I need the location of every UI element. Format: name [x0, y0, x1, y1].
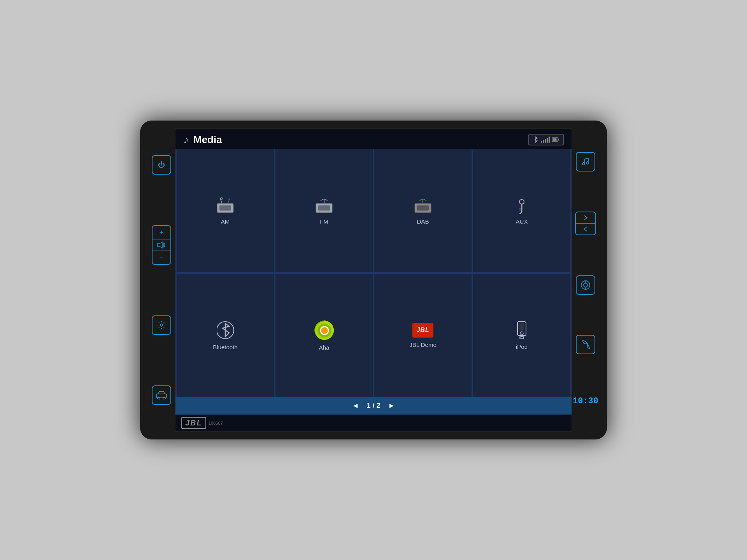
bar-4 [547, 138, 548, 143]
power-icon: ⏻ [158, 161, 165, 169]
bluetooth-tile-icon [217, 320, 234, 340]
svg-line-22 [519, 212, 522, 214]
bluetooth-status-icon [533, 136, 538, 143]
volume-down-button[interactable]: − [153, 250, 170, 264]
car-frame: ⏻ + − [140, 121, 607, 439]
aha-icon [314, 320, 334, 340]
svg-rect-7 [553, 138, 557, 141]
bar-2 [543, 140, 544, 143]
fm-label: FM [320, 218, 328, 225]
jbl-brand-text: JBL [181, 417, 206, 429]
car-icon [156, 391, 167, 399]
phone-button[interactable] [576, 335, 595, 354]
next-arrow-icon: ► [388, 402, 395, 410]
page-separator: / [372, 402, 374, 410]
aha-label: Aha [319, 344, 330, 351]
nav-back-button[interactable] [576, 224, 595, 234]
fm-radio-icon [314, 197, 334, 214]
power-button[interactable]: ⏻ [152, 155, 171, 175]
svg-rect-30 [519, 323, 524, 330]
forward-icon [583, 215, 588, 221]
bar-5 [549, 136, 550, 143]
music-shortcut-button[interactable] [576, 152, 595, 172]
total-pages: 2 [377, 402, 381, 410]
main-screen: ♪ Media [175, 128, 572, 432]
ipod-label: iPod [516, 343, 528, 350]
svg-point-4 [163, 397, 165, 399]
vol-down-label: − [160, 253, 164, 261]
svg-line-12 [228, 199, 230, 203]
current-page: 1 [366, 402, 370, 410]
media-grid: AM FM [175, 149, 572, 397]
screen-wrapper: ⏻ + − [148, 128, 599, 432]
jbl-demo-tile[interactable]: JBL JBL Demo [374, 273, 472, 397]
build-code: 100507 [209, 421, 223, 425]
aha-outer-icon [314, 320, 335, 341]
volume-up-button[interactable]: + [153, 226, 170, 240]
phone-icon [581, 340, 590, 349]
bluetooth-tile[interactable]: Bluetooth [176, 273, 274, 397]
status-bar [528, 134, 564, 145]
settings-button[interactable] [152, 315, 171, 335]
nav-forward-button[interactable] [576, 212, 595, 223]
svg-point-20 [519, 200, 524, 204]
battery-icon [552, 137, 559, 142]
svg-rect-9 [219, 205, 231, 210]
header-left: ♪ Media [183, 133, 222, 146]
svg-point-13 [228, 198, 229, 199]
svg-point-28 [321, 327, 328, 334]
bluetooth-label: Bluetooth [213, 344, 237, 350]
prev-page-button[interactable]: ◄ [352, 402, 359, 410]
aha-tile[interactable]: Aha [275, 273, 373, 397]
vol-up-label: + [160, 229, 164, 237]
svg-point-31 [520, 332, 523, 335]
svg-point-11 [221, 198, 223, 200]
music-shortcut-icon [581, 158, 590, 166]
am-tile[interactable]: AM [176, 149, 274, 273]
clock-display: 10:30 [571, 394, 600, 408]
car-button[interactable] [152, 385, 171, 405]
aux-tile[interactable]: AUX [473, 149, 571, 273]
nav-button[interactable] [576, 275, 595, 295]
nav-arrows-group [575, 212, 596, 235]
aux-icon [513, 197, 530, 214]
prev-arrow-icon: ◄ [352, 402, 359, 410]
ipod-tile[interactable]: iPod [473, 273, 571, 397]
svg-point-1 [160, 324, 163, 326]
navigation-icon [580, 280, 591, 290]
pagination-bar: ◄ 1 / 2 ► [175, 397, 572, 415]
page-title: Media [193, 134, 222, 146]
svg-rect-6 [558, 139, 559, 141]
dab-tile[interactable]: DAB [374, 149, 472, 273]
bar-1 [541, 141, 542, 143]
svg-rect-15 [318, 205, 330, 210]
jbl-brand-bar: JBL 100507 [175, 415, 572, 431]
speaker-icon [157, 242, 166, 248]
music-note-icon: ♪ [183, 133, 189, 146]
screen-header: ♪ Media [175, 129, 572, 149]
jbl-demo-label: JBL Demo [409, 341, 436, 348]
page-indicator: 1 / 2 [366, 402, 380, 410]
settings-icon [157, 320, 166, 330]
back-icon [583, 226, 588, 232]
speaker-icon-area [153, 240, 170, 250]
dab-radio-icon [413, 197, 433, 214]
bar-3 [545, 139, 546, 143]
fm-tile[interactable]: FM [275, 149, 373, 273]
ipod-icon [514, 321, 529, 340]
jbl-demo-icon: JBL [412, 323, 433, 338]
left-controls: ⏻ + − [148, 128, 175, 432]
signal-bars [541, 136, 550, 143]
dab-label: DAB [417, 218, 429, 225]
am-label: AM [221, 218, 230, 225]
svg-point-3 [158, 397, 160, 399]
aux-label: AUX [516, 218, 528, 225]
svg-rect-18 [417, 205, 429, 210]
svg-marker-0 [158, 242, 162, 248]
right-controls: 10:30 [572, 128, 599, 432]
am-radio-icon [216, 197, 235, 214]
next-page-button[interactable]: ► [388, 402, 395, 410]
svg-point-39 [584, 283, 587, 287]
volume-group: + − [152, 225, 171, 265]
